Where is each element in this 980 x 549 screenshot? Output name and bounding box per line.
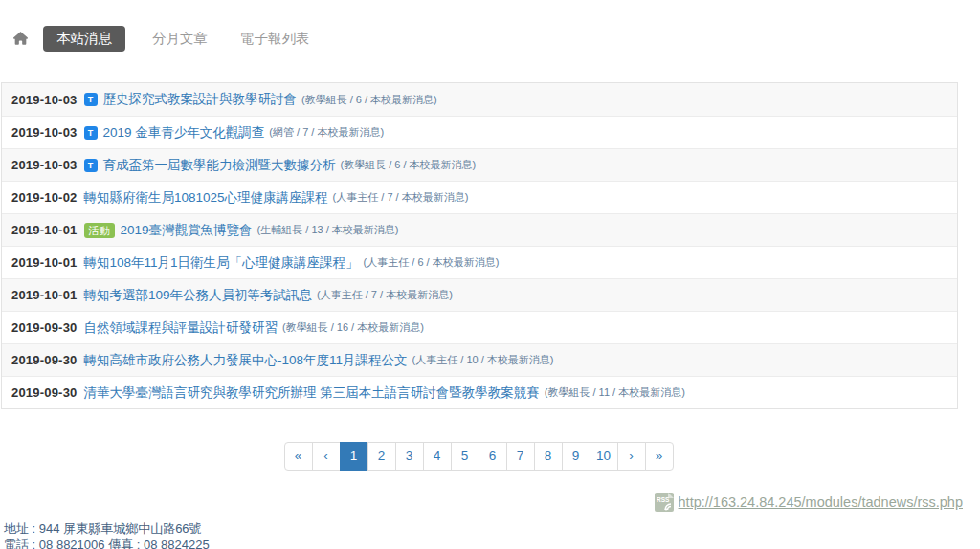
- news-date: 2019-10-02: [11, 190, 78, 205]
- news-row: 2019-10-01活動2019臺灣觀賞魚博覽會(生輔組長 / 13 / 本校最…: [2, 213, 957, 246]
- news-row: 2019-10-03T2019 金車青少年文化觀調查(網管 / 7 / 本校最新…: [2, 116, 957, 148]
- news-row: 2019-10-03T歷史探究式教案設計與教學研討會(教學組長 / 6 / 本校…: [2, 83, 957, 116]
- pagination-item: ‹: [313, 442, 341, 471]
- news-date: 2019-09-30: [11, 385, 78, 400]
- pagination-item: 5: [452, 442, 479, 471]
- activity-badge: 活動: [84, 223, 115, 238]
- news-meta: (教學組長 / 6 / 本校最新消息): [301, 93, 437, 107]
- news-title-link[interactable]: 2019 金車青少年文化觀調查: [103, 124, 265, 142]
- news-row: 2019-09-30轉知高雄市政府公務人力發展中心-108年度11月課程公文(人…: [2, 343, 957, 376]
- pagination-link[interactable]: «: [284, 442, 313, 471]
- home-icon[interactable]: [13, 32, 28, 45]
- pagination-link[interactable]: 4: [423, 442, 452, 471]
- rss-line: RSS http://163.24.84.245/modules/tadnews…: [0, 492, 963, 513]
- news-date: 2019-10-03: [11, 158, 78, 172]
- pagination-item: 8: [535, 442, 563, 471]
- breadcrumb-nav: 本站消息 分月文章 電子報列表: [0, 0, 980, 52]
- pagination-item: 6: [479, 442, 507, 471]
- pagination-item: «: [284, 442, 313, 471]
- pagination-link[interactable]: 1: [340, 442, 368, 471]
- pagination-link[interactable]: 8: [534, 442, 563, 471]
- pagination-link[interactable]: ‹: [312, 442, 341, 471]
- pagination-item: 7: [507, 442, 535, 471]
- news-title-link[interactable]: 轉知108年11月1日衛生局「心理健康講座課程」: [84, 254, 359, 272]
- news-meta: (人事主任 / 6 / 本校最新消息): [364, 255, 500, 270]
- pagination-item: 9: [563, 442, 590, 471]
- news-title-link[interactable]: 轉知考選部109年公務人員初等考試訊息: [84, 287, 313, 304]
- pinned-top-icon: T: [84, 159, 98, 172]
- news-date: 2019-09-30: [11, 353, 78, 367]
- news-meta: (教學組長 / 16 / 本校最新消息): [282, 320, 424, 335]
- pagination-item: »: [646, 442, 674, 471]
- svg-text:RSS: RSS: [657, 496, 670, 503]
- news-row: 2019-10-03T育成盃第一屆數學能力檢測暨大數據分析(教學組長 / 6 /…: [2, 148, 957, 181]
- news-title-link[interactable]: 轉知高雄市政府公務人力發展中心-108年度11月課程公文: [84, 352, 408, 369]
- news-row: 2019-10-01轉知考選部109年公務人員初等考試訊息(人事主任 / 7 /…: [2, 278, 957, 311]
- news-meta: (人事主任 / 10 / 本校最新消息): [412, 353, 554, 367]
- pagination-item: 3: [396, 442, 424, 471]
- news-title-link[interactable]: 歷史探究式教案設計與教學研討會: [103, 91, 298, 108]
- pinned-top-icon: T: [84, 93, 98, 106]
- news-date: 2019-10-01: [11, 255, 78, 270]
- news-meta: (人事主任 / 7 / 本校最新消息): [333, 190, 469, 205]
- main-content: 2019-10-03T歷史探究式教案設計與教學研討會(教學組長 / 6 / 本校…: [0, 82, 980, 513]
- pagination-item: 4: [424, 442, 452, 471]
- tab-newsletter-list[interactable]: 電子報列表: [238, 26, 312, 52]
- news-list: 2019-10-03T歷史探究式教案設計與教學研討會(教學組長 / 6 / 本校…: [1, 82, 958, 409]
- news-row: 2019-10-02轉知縣府衛生局1081025心理健康講座課程(人事主任 / …: [2, 181, 957, 213]
- tab-site-news[interactable]: 本站消息: [43, 26, 125, 52]
- rss-icon: RSS: [654, 492, 675, 513]
- footer: 地址 : 944 屏東縣車城鄉中山路66號 電話 : 08 8821006 傳真…: [4, 520, 980, 549]
- news-meta: (教學組長 / 6 / 本校最新消息): [341, 158, 477, 172]
- news-row: 2019-10-01轉知108年11月1日衛生局「心理健康講座課程」(人事主任 …: [2, 246, 957, 278]
- footer-phone: 電話 : 08 8821006 傳真 : 08 8824225: [4, 537, 980, 549]
- pagination-link[interactable]: 7: [506, 442, 535, 471]
- news-title-link[interactable]: 2019臺灣觀賞魚博覽會: [121, 222, 253, 239]
- pagination-link[interactable]: ›: [617, 442, 646, 471]
- pagination-link[interactable]: 5: [451, 442, 479, 471]
- pagination-item: ›: [618, 442, 646, 471]
- pagination-link[interactable]: 3: [395, 442, 424, 471]
- news-meta: (教學組長 / 11 / 本校最新消息): [545, 385, 685, 400]
- news-meta: (網管 / 7 / 本校最新消息): [269, 125, 384, 140]
- pagination-item: 10: [590, 442, 618, 471]
- pagination-link[interactable]: 10: [590, 442, 618, 471]
- news-row: 2019-09-30清華大學臺灣語言研究與教學研究所辦理 第三屆本土語言研討會暨…: [2, 376, 957, 408]
- news-row: 2019-09-30自然領域課程與評量設計研發研習(教學組長 / 16 / 本校…: [2, 311, 957, 343]
- news-title-link[interactable]: 自然領域課程與評量設計研發研習: [84, 319, 278, 337]
- news-title-link[interactable]: 育成盃第一屆數學能力檢測暨大數據分析: [103, 157, 336, 174]
- pagination-link[interactable]: 6: [479, 442, 507, 471]
- news-date: 2019-09-30: [11, 320, 78, 335]
- news-meta: (生輔組長 / 13 / 本校最新消息): [257, 223, 399, 237]
- pagination-link[interactable]: 2: [368, 442, 396, 471]
- pinned-top-icon: T: [84, 126, 98, 140]
- news-date: 2019-10-01: [11, 223, 78, 237]
- news-date: 2019-10-03: [11, 125, 78, 140]
- pagination-item: 2: [368, 442, 396, 471]
- news-title-link[interactable]: 清華大學臺灣語言研究與教學研究所辦理 第三屆本土語言研討會暨教學教案競賽: [84, 384, 540, 402]
- news-date: 2019-10-03: [11, 93, 78, 107]
- pagination-link[interactable]: 9: [562, 442, 590, 471]
- news-meta: (人事主任 / 7 / 本校最新消息): [317, 288, 453, 302]
- pagination: «‹12345678910›»: [284, 442, 674, 471]
- pagination-item: 1: [341, 442, 368, 471]
- news-date: 2019-10-01: [11, 288, 78, 302]
- pagination-wrap: «‹12345678910›»: [0, 442, 957, 471]
- news-title-link[interactable]: 轉知縣府衛生局1081025心理健康講座課程: [84, 189, 328, 207]
- tab-monthly-articles[interactable]: 分月文章: [150, 26, 210, 52]
- rss-url-link[interactable]: http://163.24.84.245/modules/tadnews/rss…: [679, 494, 963, 510]
- footer-address: 地址 : 944 屏東縣車城鄉中山路66號: [4, 520, 980, 537]
- pagination-link[interactable]: »: [645, 442, 674, 471]
